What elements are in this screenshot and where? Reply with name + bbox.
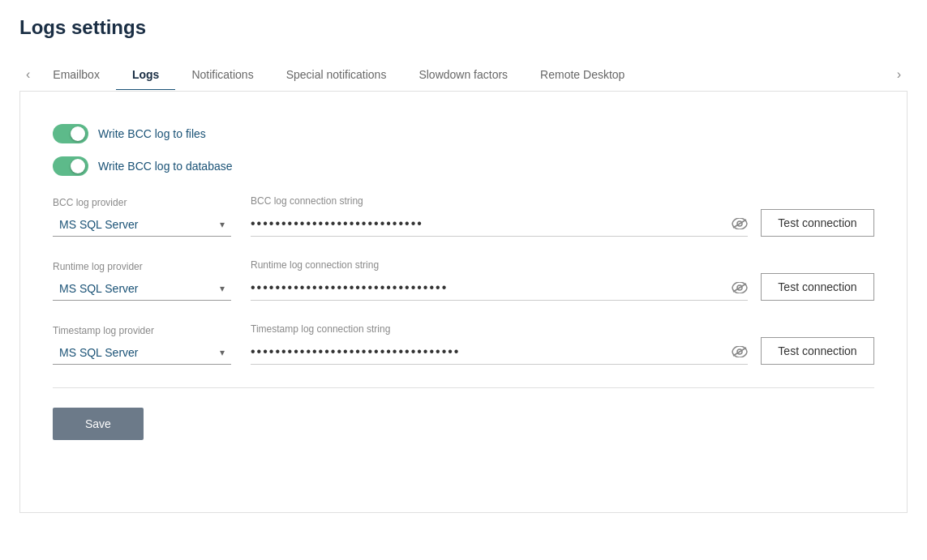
tab-slowdown-factors[interactable]: Slowdown factors [402, 60, 524, 90]
tabs-container: ‹ Emailbox Logs Notifications Special no… [19, 58, 908, 92]
bcc-connection-group: BCC log connection string [251, 195, 748, 237]
tabs-next-button[interactable]: › [891, 58, 908, 91]
timestamp-connection-input-wrapper [251, 340, 748, 365]
runtime-connection-label: Runtime log connection string [251, 259, 748, 271]
save-button[interactable]: Save [53, 408, 144, 440]
runtime-connection-input-wrapper [251, 276, 748, 301]
timestamp-test-connection-button[interactable]: Test connection [761, 337, 874, 365]
bcc-connection-label: BCC log connection string [251, 195, 748, 207]
bcc-connection-input-wrapper [251, 212, 748, 237]
tabs-prev-button[interactable]: ‹ [19, 58, 36, 91]
form-section: BCC log provider MS SQL Server MySQL Pos… [53, 195, 874, 365]
form-row-timestamp: Timestamp log provider MS SQL Server MyS… [53, 323, 874, 365]
tab-special-notifications[interactable]: Special notifications [270, 60, 403, 90]
bcc-connection-input[interactable] [251, 212, 748, 237]
timestamp-provider-group: Timestamp log provider MS SQL Server MyS… [53, 325, 231, 365]
runtime-connection-group: Runtime log connection string [251, 259, 748, 301]
toggle-write-files[interactable] [53, 124, 88, 143]
content-area: Write BCC log to files Write BCC log to … [19, 92, 908, 513]
tab-emailbox[interactable]: Emailbox [36, 60, 116, 90]
timestamp-provider-select-wrapper: MS SQL Server MySQL PostgreSQL SQLite ▾ [53, 341, 231, 365]
timestamp-connection-input[interactable] [251, 340, 748, 365]
toggle-row-database: Write BCC log to database [53, 156, 874, 176]
runtime-provider-label: Runtime log provider [53, 261, 231, 272]
bcc-provider-select-wrapper: MS SQL Server MySQL PostgreSQL SQLite ▾ [53, 213, 231, 237]
divider [53, 387, 874, 388]
runtime-provider-group: Runtime log provider MS SQL Server MySQL… [53, 261, 231, 301]
runtime-provider-select[interactable]: MS SQL Server MySQL PostgreSQL SQLite [53, 277, 231, 301]
timestamp-connection-group: Timestamp log connection string [251, 323, 748, 365]
page-title: Logs settings [19, 16, 908, 39]
runtime-provider-select-wrapper: MS SQL Server MySQL PostgreSQL SQLite ▾ [53, 277, 231, 301]
toggle-files-label: Write BCC log to files [98, 127, 206, 140]
timestamp-provider-select[interactable]: MS SQL Server MySQL PostgreSQL SQLite [53, 341, 231, 365]
toggle-row-files: Write BCC log to files [53, 124, 874, 143]
toggle-write-database[interactable] [53, 156, 88, 176]
bcc-provider-group: BCC log provider MS SQL Server MySQL Pos… [53, 197, 231, 237]
bcc-provider-select[interactable]: MS SQL Server MySQL PostgreSQL SQLite [53, 213, 231, 237]
form-row-runtime: Runtime log provider MS SQL Server MySQL… [53, 259, 874, 301]
timestamp-provider-label: Timestamp log provider [53, 325, 231, 336]
runtime-connection-input[interactable] [251, 276, 748, 301]
tabs-list: Emailbox Logs Notifications Special noti… [36, 60, 890, 90]
timestamp-eye-icon[interactable] [732, 344, 748, 361]
tab-notifications[interactable]: Notifications [175, 60, 269, 90]
bcc-eye-icon[interactable] [732, 216, 748, 233]
bcc-test-connection-button[interactable]: Test connection [761, 209, 874, 237]
form-row-bcc: BCC log provider MS SQL Server MySQL Pos… [53, 195, 874, 237]
runtime-eye-icon[interactable] [732, 280, 748, 297]
runtime-test-connection-button[interactable]: Test connection [761, 273, 874, 301]
tab-remote-desktop[interactable]: Remote Desktop [524, 60, 641, 90]
page: Logs settings ‹ Emailbox Logs Notificati… [0, 0, 927, 560]
timestamp-connection-label: Timestamp log connection string [251, 323, 748, 335]
bcc-provider-label: BCC log provider [53, 197, 231, 208]
toggle-database-label: Write BCC log to database [98, 160, 233, 173]
tab-logs[interactable]: Logs [116, 60, 175, 90]
